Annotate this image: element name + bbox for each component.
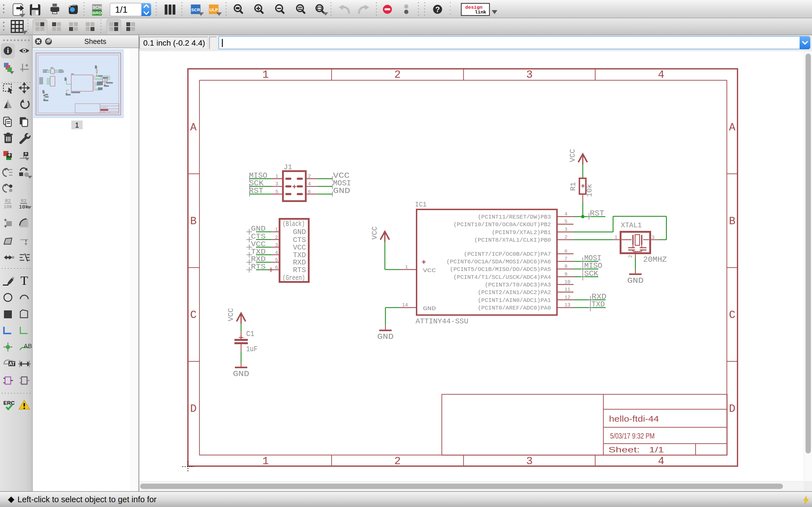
svg-text:3: 3 xyxy=(564,227,567,232)
svg-text:9: 9 xyxy=(564,272,567,277)
svg-text:GND: GND xyxy=(233,370,249,378)
svg-text:RXD: RXD xyxy=(251,255,266,263)
svg-text:SCK: SCK xyxy=(249,179,264,187)
svg-text:(PCINT5/OC1B/MISO/DO/ADC5)PA5: (PCINT5/OC1B/MISO/DO/ADC5)PA5 xyxy=(450,266,551,273)
svg-text:C: C xyxy=(190,309,197,321)
svg-text:VCC: VCC xyxy=(370,226,379,240)
svg-text:C1: C1 xyxy=(246,330,254,338)
svg-text:TXD: TXD xyxy=(293,251,306,260)
svg-text:2: 2 xyxy=(627,255,633,258)
svg-text:MOSI: MOSI xyxy=(333,179,351,187)
svg-text:13: 13 xyxy=(564,302,570,308)
svg-text:1/1: 1/1 xyxy=(649,445,664,454)
svg-text:4: 4 xyxy=(658,69,665,81)
svg-text:TXD: TXD xyxy=(592,300,605,309)
svg-text:4: 4 xyxy=(658,455,665,467)
svg-text:CTS: CTS xyxy=(251,233,266,241)
svg-text:12: 12 xyxy=(564,295,570,300)
svg-text:5: 5 xyxy=(275,257,278,263)
svg-text:C: C xyxy=(729,309,735,321)
svg-text:(PCINT10/INT0/OC0A/CKOUT)PB2: (PCINT10/INT0/OC0A/CKOUT)PB2 xyxy=(453,221,551,228)
svg-text:B: B xyxy=(729,215,735,227)
svg-text:8: 8 xyxy=(564,264,567,269)
svg-text:D: D xyxy=(729,403,735,415)
svg-text:4: 4 xyxy=(308,181,311,187)
svg-text:A: A xyxy=(729,121,735,133)
svg-text:4: 4 xyxy=(564,211,567,217)
svg-text:XTAL1: XTAL1 xyxy=(621,221,642,230)
svg-text:2: 2 xyxy=(275,235,278,240)
svg-text:GND: GND xyxy=(423,305,436,312)
svg-text:(PCINT2/AIN1/ADC2)PA2: (PCINT2/AIN1/ADC2)PA2 xyxy=(477,289,551,296)
svg-text:MISO: MISO xyxy=(584,262,602,270)
svg-text:3: 3 xyxy=(275,181,278,187)
svg-text:VCC: VCC xyxy=(293,244,306,252)
svg-text:D: D xyxy=(190,403,197,415)
svg-text:IC1: IC1 xyxy=(415,201,426,209)
svg-text:1: 1 xyxy=(262,69,269,81)
svg-text:SCK: SCK xyxy=(584,270,599,278)
svg-text:ATTINY44-SSU: ATTINY44-SSU xyxy=(416,317,468,326)
svg-text:(PCINT4/T1/SCL/USCK/ADC4)PA4: (PCINT4/T1/SCL/USCK/ADC4)PA4 xyxy=(453,274,551,281)
svg-text:Sheet:: Sheet: xyxy=(608,445,640,454)
svg-text:VCC: VCC xyxy=(333,172,350,180)
svg-text:(PCINT3/T0/ADC3)PA3: (PCINT3/T0/ADC3)PA3 xyxy=(485,282,551,288)
svg-text:2: 2 xyxy=(308,173,311,179)
svg-text:6: 6 xyxy=(308,189,311,194)
svg-text:GND: GND xyxy=(293,228,306,236)
svg-text:1: 1 xyxy=(405,264,408,270)
svg-text:RTS: RTS xyxy=(251,263,266,271)
svg-text:3: 3 xyxy=(526,69,533,81)
svg-text:(PCINT9/XTAL2)PB1: (PCINT9/XTAL2)PB1 xyxy=(492,229,551,236)
svg-text:3: 3 xyxy=(275,242,278,248)
svg-text:3: 3 xyxy=(526,455,533,467)
svg-text:(PCINT6/OC1A/SDA/MOSI/ADC6)PA6: (PCINT6/OC1A/SDA/MOSI/ADC6)PA6 xyxy=(446,259,551,265)
svg-text:(PCINT8/XTAL1/CLKI)PB0: (PCINT8/XTAL1/CLKI)PB0 xyxy=(474,237,551,243)
svg-text:2: 2 xyxy=(395,455,401,467)
svg-text:1: 1 xyxy=(275,173,278,179)
svg-text:2: 2 xyxy=(564,234,567,240)
svg-text:14: 14 xyxy=(402,302,408,308)
svg-text:(PCINT7/ICP/OC0B/ADC7)PA7: (PCINT7/ICP/OC0B/ADC7)PA7 xyxy=(464,251,551,258)
svg-text:RST: RST xyxy=(249,187,263,195)
svg-text:5: 5 xyxy=(564,219,567,224)
svg-text:1: 1 xyxy=(262,455,269,467)
svg-text:VCC: VCC xyxy=(251,240,266,248)
svg-text:B: B xyxy=(190,215,197,227)
svg-text:20MHZ: 20MHZ xyxy=(643,256,667,264)
svg-text:5/03/17 9:32 PM: 5/03/17 9:32 PM xyxy=(610,432,655,440)
svg-text:GND: GND xyxy=(627,277,644,285)
svg-text:GND: GND xyxy=(377,333,394,341)
svg-text:4: 4 xyxy=(275,250,278,256)
svg-text:(PCINT0/AREF/ADC0)PA0: (PCINT0/AREF/ADC0)PA0 xyxy=(477,305,551,311)
svg-text:A: A xyxy=(190,121,197,133)
svg-text:MOSI: MOSI xyxy=(584,254,601,263)
svg-text:10: 10 xyxy=(564,279,570,285)
svg-text:1uF: 1uF xyxy=(246,345,257,353)
svg-text:2: 2 xyxy=(395,69,401,81)
svg-text:hello-ftdi-44: hello-ftdi-44 xyxy=(609,414,659,424)
svg-text:5: 5 xyxy=(275,189,278,194)
svg-text:RTS: RTS xyxy=(293,266,306,274)
svg-text:CTS: CTS xyxy=(293,236,306,244)
svg-text:(Green): (Green) xyxy=(283,274,305,282)
svg-text:(PCINT1/AIN0/ADC1)PA1: (PCINT1/AIN0/ADC1)PA1 xyxy=(477,297,551,304)
svg-text:VCC: VCC xyxy=(423,267,436,274)
svg-text:(PCINT11/RESET/DW)PB3: (PCINT11/RESET/DW)PB3 xyxy=(477,214,551,220)
svg-text:RXD: RXD xyxy=(293,259,306,267)
svg-text:GND: GND xyxy=(333,187,350,195)
svg-text:MISO: MISO xyxy=(249,172,267,180)
svg-text:6: 6 xyxy=(275,265,278,270)
svg-text:VCC: VCC xyxy=(227,308,235,321)
svg-text:RST: RST xyxy=(590,209,604,218)
svg-text:(Black): (Black) xyxy=(283,220,305,228)
svg-text:VCC: VCC xyxy=(568,149,577,162)
svg-text:11: 11 xyxy=(564,287,570,292)
svg-text:10k: 10k xyxy=(585,184,594,197)
svg-text:7: 7 xyxy=(564,256,567,262)
svg-text:GND: GND xyxy=(251,225,266,233)
svg-text:6: 6 xyxy=(564,248,567,254)
svg-text:R1: R1 xyxy=(569,182,577,191)
svg-text:RXD: RXD xyxy=(592,293,606,301)
svg-text:1: 1 xyxy=(275,227,278,232)
